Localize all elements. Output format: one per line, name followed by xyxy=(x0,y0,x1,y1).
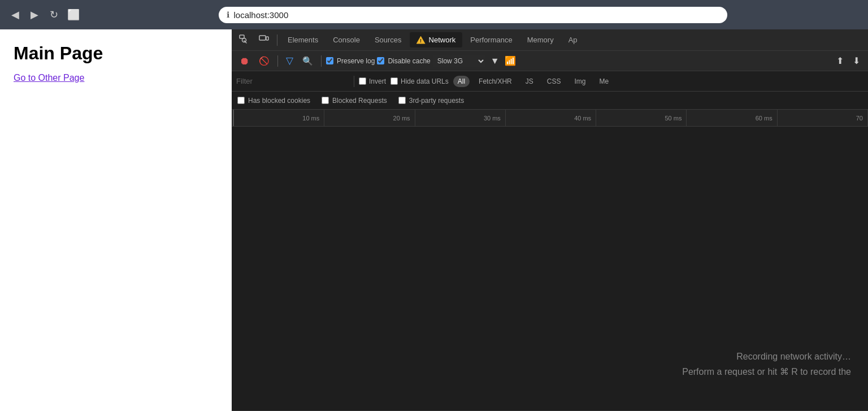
disable-cache-label: Disable cache xyxy=(388,57,430,65)
export-har-button[interactable]: ⬇ xyxy=(849,55,863,67)
timeline-ticks: 10 ms 20 ms 30 ms 40 ms 50 ms 60 ms 70 xyxy=(234,110,868,127)
filter-input[interactable] xyxy=(236,77,349,85)
hide-data-urls-checkbox[interactable] xyxy=(390,77,398,85)
devtools-toolbar: ⏺ 🚫 ▽ 🔍 Preserve log Disable cache No th… xyxy=(232,51,868,71)
invert-checkbox[interactable] xyxy=(359,77,366,85)
wifi-settings-icon[interactable]: 📶 xyxy=(505,55,516,66)
invert-checkbox-group[interactable]: Invert xyxy=(359,77,386,85)
reload-button[interactable]: ↻ xyxy=(47,7,60,22)
filter-css-button[interactable]: CSS xyxy=(542,76,566,87)
has-blocked-cookies-group[interactable]: Has blocked cookies xyxy=(237,97,310,105)
filter-bar: Invert Hide data URLs All Fetch/XHR JS C… xyxy=(232,71,868,92)
svg-rect-3 xyxy=(266,37,268,40)
devtools-panel: Elements Console Sources Network Perform… xyxy=(232,29,868,411)
disable-cache-checkbox[interactable] xyxy=(377,57,384,64)
svg-point-1 xyxy=(242,38,246,42)
filter-button[interactable]: ▽ xyxy=(283,54,297,67)
tab-elements[interactable]: Elements xyxy=(281,32,325,47)
invert-label: Invert xyxy=(369,77,386,85)
tick-70ms: 70 xyxy=(778,110,868,127)
tick-40ms: 40 ms xyxy=(506,110,596,127)
url-display: localhost:3000 xyxy=(234,10,289,20)
security-icon: ℹ xyxy=(227,10,229,19)
disable-cache-checkbox-group[interactable]: Disable cache xyxy=(377,57,430,65)
tab-console[interactable]: Console xyxy=(326,32,367,47)
page-content: Main Page Go to Other Page xyxy=(0,29,232,411)
tick-50ms: 50 ms xyxy=(596,110,687,127)
toolbar-divider-2 xyxy=(321,55,322,67)
toolbar-divider-1 xyxy=(277,55,278,67)
preserve-log-label: Preserve log xyxy=(337,57,375,65)
filter-js-button[interactable]: JS xyxy=(521,76,538,87)
hide-data-urls-checkbox-group[interactable]: Hide data URLs xyxy=(390,77,449,85)
search-button[interactable]: 🔍 xyxy=(299,55,316,67)
back-button[interactable]: ◀ xyxy=(9,7,21,22)
record-button[interactable]: ⏺ xyxy=(236,54,253,68)
tick-30ms: 30 ms xyxy=(415,110,506,127)
svg-rect-2 xyxy=(259,36,266,40)
import-har-button[interactable]: ⬆ xyxy=(833,55,847,67)
recording-line2: Perform a request or hit ⌘ R to record t… xyxy=(682,366,851,377)
timeline-header: 10 ms 20 ms 30 ms 40 ms 50 ms 60 ms 70 xyxy=(232,110,868,127)
browser-chrome: ◀ ▶ ↻ ⬜ ℹ localhost:3000 xyxy=(0,0,868,29)
tick-60ms: 60 ms xyxy=(687,110,777,127)
tab-divider xyxy=(277,34,277,46)
filter-img-button[interactable]: Img xyxy=(570,76,590,87)
filter-bar-divider xyxy=(354,76,354,87)
filter-fetch-xhr-button[interactable]: Fetch/XHR xyxy=(474,76,517,87)
tab-sources[interactable]: Sources xyxy=(368,32,409,47)
other-page-link[interactable]: Go to Other Page xyxy=(14,73,84,83)
address-bar[interactable]: ℹ localhost:3000 xyxy=(219,7,727,23)
throttle-select[interactable]: No throttling Slow 3G Fast 3G Offline xyxy=(433,55,485,67)
has-blocked-cookies-checkbox[interactable] xyxy=(237,97,245,104)
preserve-log-checkbox-group[interactable]: Preserve log xyxy=(326,57,375,65)
tab-application[interactable]: Ap xyxy=(562,32,584,47)
filter-all-button[interactable]: All xyxy=(453,76,470,87)
filter-media-button[interactable]: Me xyxy=(594,76,613,87)
hide-data-urls-label: Hide data URLs xyxy=(401,77,449,85)
device-toolbar-button[interactable] xyxy=(254,32,274,49)
blocked-bar: Has blocked cookies Blocked Requests 3rd… xyxy=(232,92,868,110)
third-party-requests-checkbox[interactable] xyxy=(398,97,406,104)
has-blocked-cookies-label: Has blocked cookies xyxy=(248,97,310,105)
devtools-tab-bar: Elements Console Sources Network Perform… xyxy=(232,29,868,51)
tick-20ms: 20 ms xyxy=(324,110,415,127)
tick-10ms: 10 ms xyxy=(234,110,324,127)
page-title: Main Page xyxy=(14,43,218,64)
recording-message: Recording network activity… Perform a re… xyxy=(682,352,851,377)
tab-network[interactable]: Network xyxy=(410,32,463,47)
clear-button[interactable]: 🚫 xyxy=(255,55,273,67)
network-content: Recording network activity… Perform a re… xyxy=(232,127,868,411)
blocked-requests-group[interactable]: Blocked Requests xyxy=(322,97,387,105)
recording-line1: Recording network activity… xyxy=(682,352,851,362)
main-area: Main Page Go to Other Page Elements C xyxy=(0,29,868,411)
throttle-dropdown-arrow[interactable]: ▼ xyxy=(488,55,502,67)
inspect-element-button[interactable] xyxy=(234,32,253,49)
tab-memory[interactable]: Memory xyxy=(520,32,561,47)
third-party-requests-group[interactable]: 3rd-party requests xyxy=(398,97,464,105)
forward-button[interactable]: ▶ xyxy=(28,7,41,22)
bookmark-button[interactable]: ⬜ xyxy=(67,8,80,21)
network-warning-icon xyxy=(416,36,426,44)
blocked-requests-label: Blocked Requests xyxy=(332,97,387,105)
preserve-log-checkbox[interactable] xyxy=(326,57,333,64)
tab-performance[interactable]: Performance xyxy=(463,32,519,47)
blocked-requests-checkbox[interactable] xyxy=(322,97,329,104)
third-party-requests-label: 3rd-party requests xyxy=(409,97,464,105)
